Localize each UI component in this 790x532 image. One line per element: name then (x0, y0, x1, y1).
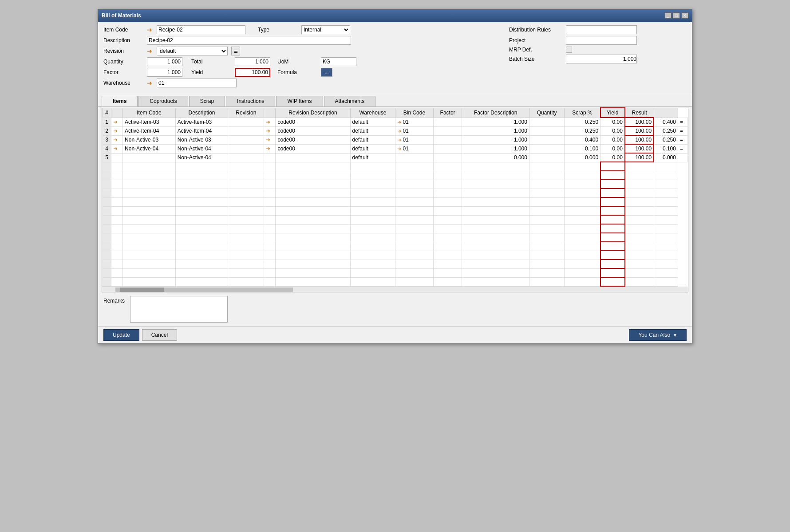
row-code-arrow-cell: ➜ (264, 118, 276, 126)
project-input[interactable] (566, 36, 637, 45)
tab-instructions[interactable]: Instructions (226, 96, 275, 106)
empty-cell (565, 260, 600, 268)
empty-cell (111, 206, 123, 215)
empty-cell (276, 162, 350, 171)
empty-cell (350, 171, 395, 180)
empty-cell (529, 215, 564, 224)
description-input[interactable] (147, 36, 351, 45)
revision-arrow-icon: ➜ (147, 47, 152, 55)
total-input[interactable] (235, 57, 270, 66)
row-code-val: code00 (276, 144, 350, 153)
row-arrow-cell (111, 153, 123, 162)
row-result: 0.250 (654, 135, 678, 144)
restore-button[interactable]: □ (673, 12, 680, 19)
empty-cell (123, 197, 176, 206)
empty-cell (350, 180, 395, 189)
type-label: Type (258, 27, 298, 33)
horizontal-scrollbar[interactable] (102, 287, 688, 292)
tab-coproducts[interactable]: Coproducts (138, 96, 188, 106)
empty-cell (111, 224, 123, 233)
row-revision (228, 118, 264, 126)
remarks-textarea[interactable] (130, 296, 228, 323)
row-item-code[interactable]: Active-Item-04 (123, 126, 176, 135)
quantity-input[interactable] (147, 57, 182, 66)
quantity-label: Quantity (103, 59, 143, 65)
table-scroll[interactable]: # Item Code Description Revision Revisio… (102, 107, 688, 287)
uom-input[interactable] (321, 57, 356, 66)
table-row[interactable]: 5 Non-Active-04 default 0.000 0.000 0.00… (103, 153, 688, 162)
empty-cell (654, 251, 678, 260)
table-row[interactable]: 3 ➜ Non-Active-03 Non-Active-03 ➜ code00… (103, 135, 688, 144)
row-code-val: code00 (276, 118, 350, 126)
table-row[interactable]: 1 ➜ Active-Item-03 Active-Item-03 ➜ code… (103, 118, 688, 126)
row-scrap: 0.00 (600, 153, 625, 162)
distribution-rules-input[interactable] (566, 25, 637, 34)
row-yield: 100.00 (625, 153, 654, 162)
empty-cell (625, 268, 654, 277)
table-row[interactable]: 4 ➜ Non-Active-04 Non-Active-04 ➜ code00… (103, 144, 688, 153)
you-can-also-button[interactable]: You Can Also ▼ (629, 329, 687, 341)
tab-scrap[interactable]: Scrap (189, 96, 225, 106)
close-button[interactable]: ✕ (681, 12, 688, 19)
tab-items[interactable]: Items (102, 96, 138, 106)
empty-cell (175, 233, 228, 242)
empty-cell (625, 171, 654, 180)
empty-cell (264, 224, 276, 233)
row-scrap: 0.00 (600, 118, 625, 126)
col-header-revision: Revision (228, 108, 264, 118)
cancel-button[interactable]: Cancel (142, 329, 177, 341)
row-rev-desc: default (350, 126, 395, 135)
factor-input[interactable] (147, 68, 182, 77)
empty-cell (264, 242, 276, 251)
empty-cell (228, 180, 264, 189)
empty-cell (123, 206, 176, 215)
empty-cell (123, 260, 176, 268)
row-item-code[interactable]: Non-Active-04 (123, 144, 176, 153)
formula-button[interactable]: ... (321, 68, 332, 77)
yield-input[interactable] (235, 68, 270, 77)
empty-cell (264, 162, 276, 171)
table-row[interactable]: 2 ➜ Active-Item-04 Active-Item-04 ➜ code… (103, 126, 688, 135)
window-title: Bill of Materials (102, 12, 141, 19)
empty-cell (433, 180, 462, 189)
row-arrow-icon: ➜ (113, 128, 118, 134)
empty-cell (350, 260, 395, 268)
revision-dropdown[interactable]: default (157, 47, 228, 55)
empty-cell (529, 242, 564, 251)
minimize-button[interactable]: _ (664, 12, 672, 19)
tab-attachments[interactable]: Attachments (324, 96, 376, 106)
revision-list-button[interactable]: ☰ (231, 47, 240, 55)
empty-cell (175, 180, 228, 189)
empty-yield-cell (600, 206, 625, 215)
empty-cell (350, 251, 395, 260)
row-item-code[interactable] (123, 153, 176, 162)
empty-cell (111, 277, 123, 286)
row-factor-desc (529, 118, 564, 126)
empty-yield-cell (600, 224, 625, 233)
row-code-arrow-cell (264, 153, 276, 162)
batch-size-input[interactable] (566, 55, 637, 63)
row-item-code[interactable]: Non-Active-03 (123, 135, 176, 144)
empty-yield-cell (600, 268, 625, 277)
empty-cell (175, 189, 228, 197)
type-select[interactable]: Internal (301, 25, 350, 34)
row-description: Active-Item-03 (175, 118, 228, 126)
empty-cell (433, 162, 462, 171)
row-item-code[interactable]: Active-Item-03 (123, 118, 176, 126)
empty-cell (276, 197, 350, 206)
item-code-input[interactable] (157, 25, 245, 34)
warehouse-input[interactable] (157, 79, 237, 87)
tab-wip-items[interactable]: WIP Items (276, 96, 323, 106)
empty-cell (654, 180, 678, 189)
empty-cell (529, 197, 564, 206)
col-header-item-code: Item Code (123, 108, 176, 118)
empty-row-num (103, 224, 111, 233)
row-eq: = (678, 144, 687, 153)
empty-row (103, 268, 688, 277)
update-button[interactable]: Update (103, 329, 139, 341)
empty-cell (111, 251, 123, 260)
empty-cell (529, 206, 564, 215)
empty-cell (395, 189, 434, 197)
row-description: Non-Active-04 (175, 153, 228, 162)
mrp-def-checkbox[interactable] (566, 47, 572, 53)
